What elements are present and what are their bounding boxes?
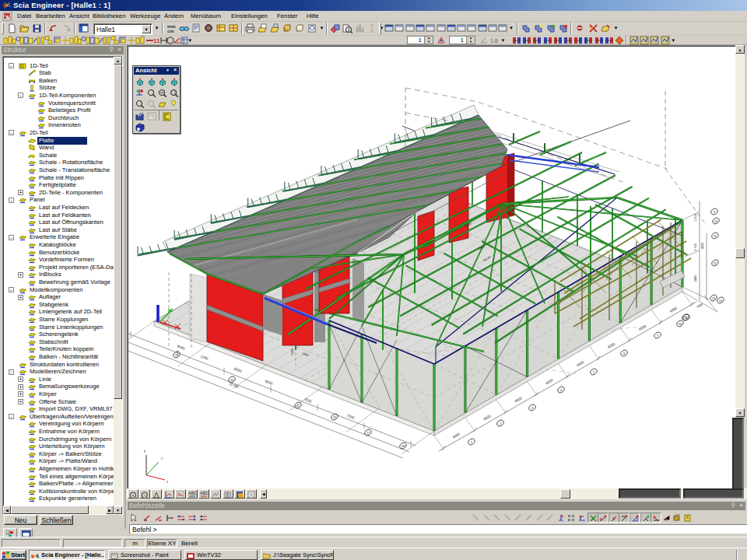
svg-text:4000: 4000	[514, 396, 523, 404]
svg-text:1: 1	[471, 440, 473, 444]
svg-text:2.700: 2.700	[693, 243, 697, 251]
svg-text:17: 17	[366, 431, 370, 435]
svg-text:10: 10	[714, 219, 718, 223]
svg-text:x: x	[167, 479, 169, 484]
svg-text:5: 5	[593, 370, 595, 374]
svg-text:ABC: ABC	[188, 491, 197, 495]
svg-text:19: 19	[175, 353, 179, 357]
svg-text:4000: 4000	[638, 324, 647, 331]
svg-text:5040: 5040	[177, 344, 186, 350]
svg-text:15: 15	[684, 316, 688, 320]
svg-text:11: 11	[714, 234, 717, 238]
svg-text:18: 18	[402, 444, 405, 448]
svg-text:7: 7	[657, 334, 659, 338]
svg-text:1.500: 1.500	[693, 213, 697, 222]
svg-text:9: 9	[714, 210, 716, 214]
svg-text:ABC: ABC	[200, 491, 209, 495]
svg-text:12: 12	[714, 261, 717, 265]
svg-text:5400: 5400	[693, 275, 697, 282]
svg-text:3: 3	[531, 406, 534, 410]
svg-text:6000: 6000	[265, 379, 274, 385]
svg-text:8000: 8000	[233, 366, 243, 373]
svg-text:13: 13	[712, 296, 716, 300]
svg-text:4200: 4200	[700, 242, 704, 249]
svg-text:23: 23	[333, 415, 337, 419]
svg-text:4000: 4000	[696, 303, 703, 309]
svg-text:4000: 4000	[482, 414, 492, 422]
svg-text:4000: 4000	[545, 378, 554, 386]
svg-text:6: 6	[623, 352, 626, 355]
svg-text:20: 20	[230, 378, 234, 382]
svg-text:z: z	[144, 449, 146, 453]
svg-text:5400: 5400	[290, 348, 294, 355]
svg-text:Cfg: Cfg	[149, 114, 155, 117]
svg-text:2: 2	[500, 422, 502, 425]
svg-text:16: 16	[679, 322, 682, 326]
svg-text:Y: Y	[160, 457, 163, 461]
svg-text:4000: 4000	[576, 360, 585, 368]
svg-text:4: 4	[560, 388, 563, 392]
svg-text:1240: 1240	[200, 354, 209, 360]
svg-text:4000: 4000	[451, 432, 461, 439]
svg-text:4000: 4000	[607, 342, 616, 350]
svg-text:14: 14	[719, 299, 723, 303]
svg-text:4000: 4000	[669, 306, 679, 313]
